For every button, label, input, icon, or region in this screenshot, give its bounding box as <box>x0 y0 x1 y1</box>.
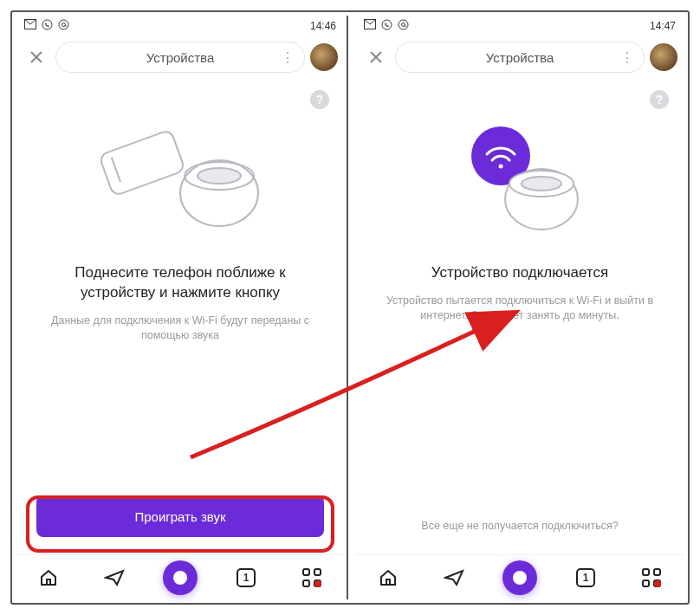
status-icons-left <box>364 19 409 33</box>
svg-point-3 <box>62 23 66 27</box>
svg-point-14 <box>499 165 503 169</box>
header-title-pill[interactable]: Устройства ⋮ <box>55 42 305 73</box>
tabs-count: 1 <box>237 568 256 587</box>
whatsapp-icon <box>381 19 392 33</box>
svg-point-11 <box>399 20 408 29</box>
page-subtext: Данные для подключения к Wi-Fi будут пер… <box>36 314 324 344</box>
nav-home[interactable] <box>31 560 66 595</box>
app-header: Устройства ⋮ <box>355 36 684 78</box>
tabs-count: 1 <box>576 568 595 587</box>
svg-point-17 <box>522 177 561 191</box>
page-subtext: Устройство пытается подключиться к Wi-Fi… <box>376 294 664 324</box>
nav-send[interactable] <box>437 560 471 595</box>
help-icon[interactable]: ? <box>650 90 669 109</box>
phone-screen-left: 14:46 Устройства ⋮ ? <box>16 16 345 599</box>
close-button[interactable] <box>23 43 50 71</box>
avatar[interactable] <box>310 43 338 71</box>
header-title-pill[interactable]: Устройства ⋮ <box>395 42 645 73</box>
whatsapp-icon <box>42 19 53 33</box>
alice-icon <box>502 560 537 595</box>
at-icon <box>58 19 69 33</box>
troubleshoot-link[interactable]: Все еще не получается подключиться? <box>376 520 664 532</box>
nav-tabs[interactable]: 1 <box>229 560 263 595</box>
nav-home[interactable] <box>371 560 405 595</box>
nav-send[interactable] <box>97 560 132 595</box>
page-heading: Поднесите телефон поближе к устройству и… <box>36 263 324 303</box>
nav-menu[interactable] <box>295 560 329 595</box>
header-title: Устройства <box>146 50 214 65</box>
play-sound-label: Проиграть звук <box>134 509 225 524</box>
content-area: ? Устройство подключается Устройство пыт… <box>355 78 684 554</box>
close-button[interactable] <box>362 43 390 71</box>
nav-tabs[interactable]: 1 <box>568 560 603 595</box>
mail-icon <box>24 19 36 33</box>
svg-rect-4 <box>99 129 185 196</box>
status-icons-left <box>24 19 69 33</box>
nav-alice[interactable] <box>163 560 198 595</box>
status-bar: 14:46 <box>16 16 345 36</box>
illustration-phone-speaker <box>36 104 324 251</box>
phone-screen-right: 14:47 Устройства ⋮ ? <box>355 16 684 599</box>
play-sound-button[interactable]: Проиграть звук <box>36 495 324 537</box>
svg-point-10 <box>382 20 392 29</box>
page-heading: Устройство подключается <box>376 263 664 283</box>
svg-point-1 <box>42 20 52 29</box>
status-time: 14:47 <box>650 20 676 32</box>
grid-icon <box>302 568 321 587</box>
screens-divider <box>347 16 348 599</box>
bottom-nav: 1 <box>355 554 684 599</box>
svg-point-2 <box>59 20 68 29</box>
alice-icon <box>163 560 198 595</box>
svg-point-12 <box>402 23 405 27</box>
mail-icon <box>364 19 376 33</box>
status-bar: 14:47 <box>355 16 684 36</box>
help-icon[interactable]: ? <box>310 90 329 109</box>
bottom-nav: 1 <box>16 554 345 599</box>
content-area: ? Поднесите телефон поближе к устройству… <box>16 78 345 554</box>
app-header: Устройства ⋮ <box>16 36 345 78</box>
at-icon <box>398 19 409 33</box>
more-icon[interactable]: ⋮ <box>620 49 633 66</box>
more-icon[interactable]: ⋮ <box>281 49 294 66</box>
grid-icon <box>642 568 661 587</box>
status-time: 14:46 <box>310 20 336 32</box>
svg-line-5 <box>112 158 120 182</box>
avatar[interactable] <box>650 43 677 71</box>
nav-alice[interactable] <box>502 560 537 595</box>
nav-menu[interactable] <box>634 560 669 595</box>
header-title: Устройства <box>486 50 554 65</box>
svg-point-8 <box>198 168 241 184</box>
illustration-wifi-speaker <box>376 104 664 251</box>
